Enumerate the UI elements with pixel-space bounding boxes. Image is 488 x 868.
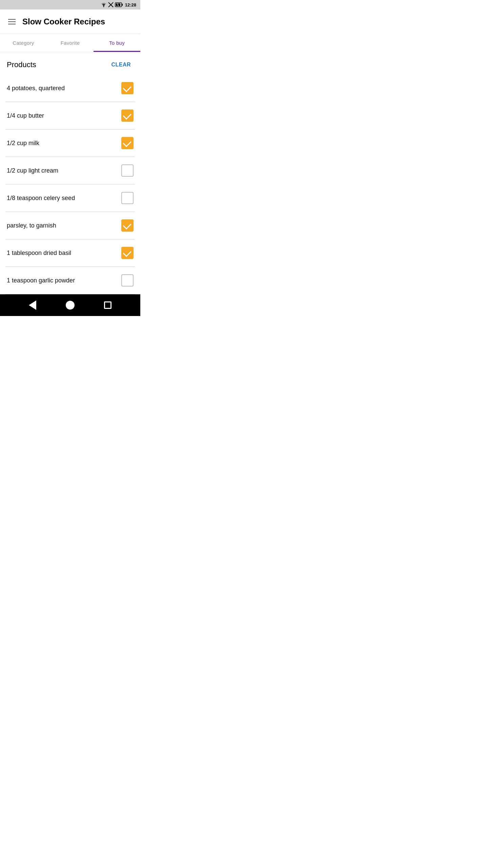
- back-button[interactable]: [26, 299, 39, 311]
- svg-rect-4: [122, 4, 123, 6]
- list-item: 1 teaspoon garlic powder: [5, 267, 135, 294]
- main-content: Products CLEAR 4 potatoes, quartered1/4 …: [0, 52, 140, 294]
- status-icons: [101, 2, 123, 7]
- product-name: 1/2 cup milk: [7, 140, 39, 147]
- tab-tobuy[interactable]: To buy: [94, 34, 140, 52]
- tab-category[interactable]: Category: [0, 34, 47, 52]
- list-item: 1/2 cup light cream: [5, 157, 135, 184]
- tab-favorite[interactable]: Favorite: [47, 34, 94, 52]
- product-checkbox[interactable]: [121, 82, 134, 94]
- product-checkbox[interactable]: [121, 110, 134, 122]
- product-name: 4 potatoes, quartered: [7, 85, 65, 92]
- recents-button[interactable]: [102, 299, 114, 311]
- product-list: 4 potatoes, quartered1/4 cup butter1/2 c…: [5, 75, 135, 294]
- list-item: 1/8 teaspoon celery seed: [5, 184, 135, 212]
- products-title: Products: [7, 60, 36, 69]
- app-title: Slow Cooker Recipes: [22, 17, 105, 26]
- status-time: 12:28: [125, 2, 136, 7]
- list-item: 4 potatoes, quartered: [5, 75, 135, 102]
- clear-button[interactable]: CLEAR: [108, 60, 134, 69]
- menu-button[interactable]: [5, 16, 18, 27]
- app-header: Slow Cooker Recipes: [0, 9, 140, 34]
- status-bar: 12:28: [0, 0, 140, 9]
- products-header: Products CLEAR: [5, 52, 135, 75]
- product-checkbox[interactable]: [121, 137, 134, 149]
- product-checkbox[interactable]: [121, 219, 134, 232]
- list-item: 1/4 cup butter: [5, 102, 135, 130]
- signal-icon: [108, 2, 114, 7]
- product-checkbox[interactable]: [121, 192, 134, 204]
- list-item: parsley, to garnish: [5, 212, 135, 239]
- recents-square-icon: [104, 301, 111, 309]
- product-name: 1 teaspoon garlic powder: [7, 277, 75, 284]
- product-name: parsley, to garnish: [7, 222, 56, 229]
- list-item: 1/2 cup milk: [5, 130, 135, 157]
- product-checkbox[interactable]: [121, 164, 134, 177]
- home-circle-icon: [66, 301, 75, 310]
- tab-bar: Category Favorite To buy: [0, 34, 140, 52]
- product-name: 1 tablespoon dried basil: [7, 250, 71, 257]
- svg-point-0: [103, 6, 104, 7]
- product-checkbox[interactable]: [121, 274, 134, 287]
- battery-icon: [115, 2, 123, 7]
- product-name: 1/2 cup light cream: [7, 167, 58, 174]
- bottom-nav: [0, 294, 140, 316]
- product-name: 1/4 cup butter: [7, 112, 44, 119]
- product-checkbox[interactable]: [121, 247, 134, 259]
- list-item: 1 tablespoon dried basil: [5, 239, 135, 267]
- back-triangle-icon: [29, 300, 36, 310]
- product-name: 1/8 teaspoon celery seed: [7, 195, 75, 202]
- home-button[interactable]: [64, 299, 76, 311]
- wifi-icon: [101, 2, 107, 7]
